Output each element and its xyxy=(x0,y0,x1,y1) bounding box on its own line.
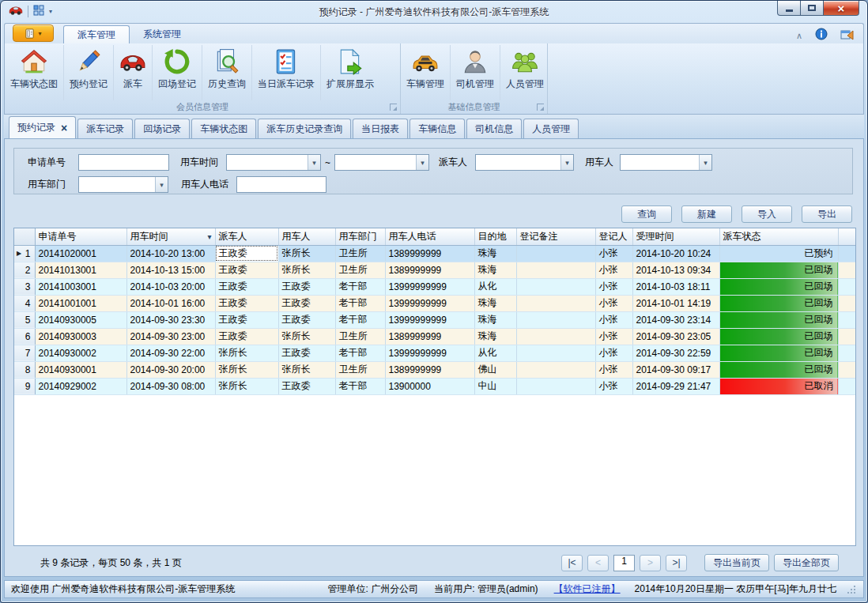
cell-user[interactable]: 王政委 xyxy=(278,378,335,394)
new-button[interactable]: 新建 xyxy=(681,205,732,223)
import-button[interactable]: 导入 xyxy=(742,205,792,223)
row-indicator-cell[interactable]: ▶6 xyxy=(14,328,35,345)
row-indicator-cell[interactable]: ▶2 xyxy=(14,262,35,278)
ribbon-button[interactable]: 历史查询 xyxy=(202,45,252,100)
cell-status[interactable]: 已回场 xyxy=(719,345,838,361)
row-indicator-cell[interactable]: ▶9 xyxy=(14,378,35,394)
table-row[interactable]: ▶1 20141020001 2014-10-20 13:00 王政委 张所长 … xyxy=(14,245,856,262)
table-row[interactable]: ▶6 20140930003 2014-09-30 23:00 王政委 张所长 … xyxy=(14,328,856,345)
cell-order-no[interactable]: 20140930002 xyxy=(35,345,126,361)
cell-status[interactable]: 已回场 xyxy=(719,295,838,311)
use-time-from-combo[interactable] xyxy=(226,154,321,171)
cell-registrar[interactable]: 小张 xyxy=(595,262,632,278)
prev-page-button[interactable]: < xyxy=(587,555,609,571)
cell-dept[interactable]: 老干部 xyxy=(335,278,385,295)
cell-order-no[interactable]: 20140929002 xyxy=(35,378,126,394)
cell-registrar[interactable]: 小张 xyxy=(595,378,632,394)
cell-remark[interactable] xyxy=(516,245,595,262)
tab-close-icon[interactable] xyxy=(61,122,67,134)
table-row[interactable]: ▶8 20140930001 2014-09-30 20:00 张所长 张所长 … xyxy=(14,361,856,378)
collapse-ribbon-icon[interactable] xyxy=(796,30,802,41)
cell-status[interactable]: 已取消 xyxy=(719,378,838,394)
table-row[interactable]: ▶4 20141001001 2014-10-01 16:00 王政委 王政委 … xyxy=(14,295,856,311)
cell-dept[interactable]: 老干部 xyxy=(335,295,385,311)
cell-order-no[interactable]: 20141013001 xyxy=(35,262,126,278)
cell-phone[interactable]: 13999999999 xyxy=(385,311,474,328)
query-button[interactable]: 查询 xyxy=(621,205,672,223)
cell-accept-time[interactable]: 2014-09-30 23:14 xyxy=(632,311,719,328)
next-page-button[interactable]: > xyxy=(640,555,661,571)
cell-use-time[interactable]: 2014-09-30 08:00 xyxy=(126,378,215,394)
cell-phone[interactable]: 1389999999 xyxy=(385,245,474,262)
ribbon-button[interactable]: 人员管理 xyxy=(500,45,549,100)
cell-destination[interactable]: 珠海 xyxy=(474,295,516,311)
cell-dept[interactable]: 老干部 xyxy=(335,311,385,328)
column-header-dispatcher[interactable]: 派车人 xyxy=(215,228,278,245)
cell-dept[interactable]: 卫生所 xyxy=(335,328,385,345)
cell-user[interactable]: 王政委 xyxy=(278,295,335,311)
phone-input[interactable] xyxy=(236,176,326,193)
cell-use-time[interactable]: 2014-09-30 20:00 xyxy=(126,361,215,378)
table-row[interactable]: ▶2 20141013001 2014-10-13 15:00 王政委 张所长 … xyxy=(14,262,856,278)
car-user-combo[interactable] xyxy=(620,154,712,171)
cell-status[interactable]: 已回场 xyxy=(719,328,838,345)
cell-order-no[interactable]: 20141003001 xyxy=(35,278,126,295)
ribbon-button[interactable]: 预约登记 xyxy=(64,45,114,100)
maximize-button[interactable] xyxy=(801,1,823,16)
row-indicator-cell[interactable]: ▶8 xyxy=(14,361,35,378)
document-tab[interactable]: 司机信息 xyxy=(466,119,522,138)
cell-registrar[interactable]: 小张 xyxy=(595,328,632,345)
use-time-to-combo[interactable] xyxy=(334,154,429,171)
combo-arrow-icon[interactable] xyxy=(560,155,573,170)
cell-accept-time[interactable]: 2014-09-30 23:05 xyxy=(632,328,719,345)
column-header-order-no[interactable]: 申请单号 xyxy=(35,228,126,245)
cell-dept[interactable]: 卫生所 xyxy=(335,361,385,378)
page-number-input[interactable]: 1 xyxy=(613,555,635,571)
table-row[interactable]: ▶3 20141003001 2014-10-03 20:00 王政委 王政委 … xyxy=(14,278,856,295)
cell-dispatcher[interactable]: 张所长 xyxy=(215,378,278,394)
table-row[interactable]: ▶9 20140929002 2014-09-30 08:00 张所长 王政委 … xyxy=(14,378,856,394)
cell-registrar[interactable]: 小张 xyxy=(595,245,632,262)
sort-desc-icon[interactable] xyxy=(207,231,211,242)
export-current-page-button[interactable]: 导出当前页 xyxy=(704,554,769,571)
document-tab[interactable]: 人员管理 xyxy=(523,119,579,138)
document-tab[interactable]: 车辆信息 xyxy=(409,119,465,138)
cell-dispatcher[interactable]: 王政委 xyxy=(215,328,278,345)
ribbon-tab[interactable]: 系统管理 xyxy=(130,25,194,43)
cell-phone[interactable]: 13999999999 xyxy=(385,295,474,311)
cell-accept-time[interactable]: 2014-09-30 22:59 xyxy=(632,345,719,361)
ribbon-button[interactable]: 扩展屏显示 xyxy=(321,45,379,100)
cell-registrar[interactable]: 小张 xyxy=(595,361,632,378)
minimize-button[interactable] xyxy=(777,1,801,16)
cell-dispatcher[interactable]: 王政委 xyxy=(215,295,278,311)
cell-remark[interactable] xyxy=(516,262,595,278)
row-indicator-cell[interactable]: ▶7 xyxy=(14,345,35,361)
cell-destination[interactable]: 佛山 xyxy=(474,361,516,378)
cell-registrar[interactable]: 小张 xyxy=(595,295,632,311)
cell-status[interactable]: 已回场 xyxy=(719,361,838,378)
cell-use-time[interactable]: 2014-10-01 16:00 xyxy=(126,295,215,311)
cell-dispatcher[interactable]: 王政委 xyxy=(215,278,278,295)
cell-dispatcher[interactable]: 张所长 xyxy=(215,361,278,378)
cell-dept[interactable]: 老干部 xyxy=(335,378,385,394)
row-indicator-cell[interactable]: ▶4 xyxy=(14,295,35,311)
cell-accept-time[interactable]: 2014-09-30 09:17 xyxy=(632,361,719,378)
cell-destination[interactable]: 中山 xyxy=(474,378,516,394)
dialog-launcher-icon[interactable] xyxy=(390,104,397,111)
column-header-use-time[interactable]: 用车时间 xyxy=(126,228,215,245)
export-all-pages-button[interactable]: 导出全部页 xyxy=(774,554,839,571)
cell-registrar[interactable]: 小张 xyxy=(595,278,632,295)
cell-destination[interactable]: 从化 xyxy=(474,278,516,295)
cell-phone[interactable]: 13999999999 xyxy=(385,345,474,361)
dispatcher-combo[interactable] xyxy=(475,154,574,171)
resize-grip[interactable] xyxy=(846,584,857,595)
cell-order-no[interactable]: 20140930001 xyxy=(35,361,126,378)
cell-order-no[interactable]: 20140930003 xyxy=(35,328,126,345)
cell-use-time[interactable]: 2014-09-30 23:30 xyxy=(126,311,215,328)
cell-accept-time[interactable]: 2014-10-03 18:11 xyxy=(632,278,719,295)
row-indicator-cell[interactable]: ▶5 xyxy=(14,311,35,328)
document-tab[interactable]: 当日报表 xyxy=(353,119,408,138)
ribbon-button[interactable]: 车辆管理 xyxy=(401,45,451,100)
info-icon[interactable] xyxy=(815,28,828,43)
dept-combo[interactable] xyxy=(78,176,168,193)
